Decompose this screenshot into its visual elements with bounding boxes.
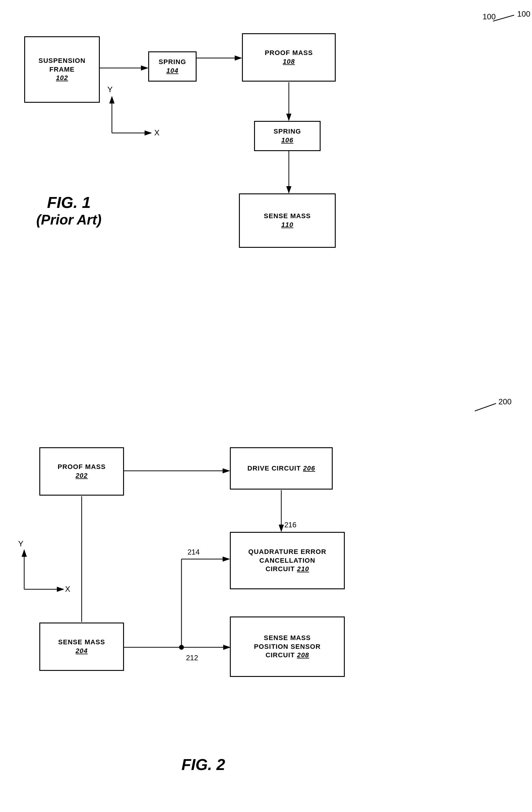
svg-text:X: X bbox=[154, 128, 159, 137]
fig2-area: PROOF MASS 202 DRIVE CIRCUIT 206 QUADRAT… bbox=[0, 387, 532, 812]
fig1-ref-number: 100 bbox=[483, 12, 496, 21]
spring-104-box: SPRING 104 bbox=[148, 52, 197, 82]
fig1-area: 100 SUSPENSION FRAME 102 SPRING 104 PROO… bbox=[0, 0, 532, 387]
sense-mass-position-box: SENSE MASSPOSITION SENSORCIRCUIT 208 bbox=[230, 617, 345, 677]
spring-106-box: SPRING 106 bbox=[254, 121, 321, 151]
svg-line-2 bbox=[493, 15, 514, 21]
sense-mass-box-fig2: SENSE MASS 204 bbox=[39, 623, 124, 671]
proof-mass-box-fig1: PROOF MASS 108 bbox=[242, 33, 336, 82]
svg-line-14 bbox=[475, 403, 496, 411]
suspension-frame-box: SUSPENSION FRAME 102 bbox=[24, 36, 100, 103]
svg-text:216: 216 bbox=[284, 521, 296, 529]
svg-point-20 bbox=[179, 645, 184, 650]
diagram-container: 100 SUSPENSION FRAME 102 SPRING 104 PROO… bbox=[0, 0, 532, 812]
fig1-title: FIG. 1 (Prior Art) bbox=[36, 193, 102, 228]
svg-text:Y: Y bbox=[18, 539, 23, 548]
quadrature-error-box: QUADRATURE ERRORCANCELLATIONCIRCUIT 210 bbox=[230, 532, 345, 589]
svg-text:212: 212 bbox=[186, 654, 198, 662]
svg-text:100: 100 bbox=[517, 9, 530, 18]
svg-text:X: X bbox=[65, 584, 70, 594]
svg-text:Y: Y bbox=[107, 85, 112, 94]
fig2-title: FIG. 2 bbox=[181, 755, 225, 774]
proof-mass-box-fig2: PROOF MASS 202 bbox=[39, 447, 124, 496]
sense-mass-box-fig1: SENSE MASS 110 bbox=[239, 193, 336, 248]
svg-text:214: 214 bbox=[187, 548, 200, 556]
svg-text:200: 200 bbox=[499, 397, 512, 406]
drive-circuit-box: DRIVE CIRCUIT 206 bbox=[230, 447, 333, 490]
